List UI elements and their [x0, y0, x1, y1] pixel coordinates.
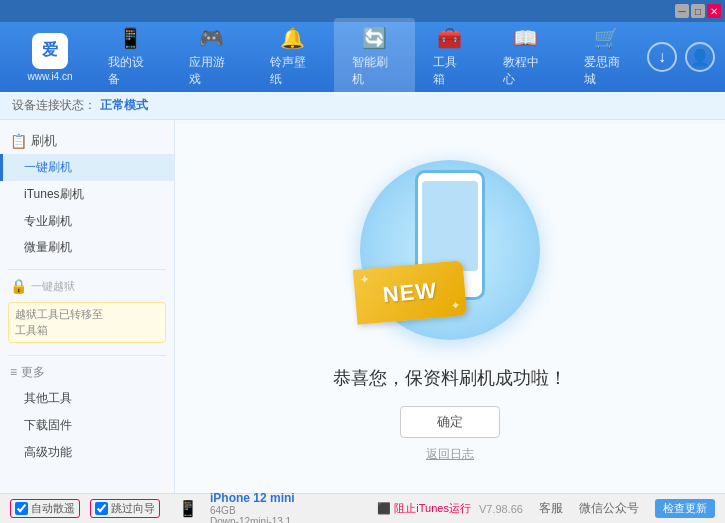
save-data-label: 微量刷机: [24, 240, 72, 254]
apps-games-icon: 🎮: [199, 26, 224, 50]
more-section-icon: ≡: [10, 365, 17, 379]
device-name: iPhone 12 mini: [210, 491, 295, 505]
skip-wizard-checkbox[interactable]: [95, 502, 108, 515]
version-text: V7.98.66: [479, 503, 523, 515]
flash-section-label: 刷机: [31, 132, 57, 150]
header: 爱 www.i4.cn 📱 我的设备 🎮 应用游戏 🔔 铃声壁纸 🔄 智能刷机 …: [0, 22, 725, 92]
device-section: 📱 iPhone 12 mini 64GB Down-12mini-13,1: [178, 491, 295, 524]
nav-ringtone[interactable]: 🔔 铃声壁纸: [252, 18, 333, 96]
device-firmware: Down-12mini-13,1: [210, 516, 295, 524]
nav-mall[interactable]: 🛒 爱思商城: [566, 18, 647, 96]
phone-screen: [422, 181, 478, 271]
main-nav: 📱 我的设备 🎮 应用游戏 🔔 铃声壁纸 🔄 智能刷机 🧰 工具箱 📖 教程中心…: [90, 18, 647, 96]
sidebar: 📋 刷机 一键刷机 iTunes刷机 专业刷机 微量刷机 🔒 一键越狱: [0, 120, 175, 493]
success-title: 恭喜您，保资料刷机成功啦！: [333, 366, 567, 390]
ringtone-icon: 🔔: [280, 26, 305, 50]
minimize-button[interactable]: ─: [675, 4, 689, 18]
logo-url: www.i4.cn: [27, 71, 72, 82]
pro-label: 专业刷机: [24, 214, 72, 228]
maximize-button[interactable]: □: [691, 4, 705, 18]
check-update-button[interactable]: 检查更新: [655, 499, 715, 518]
bottom-right: V7.98.66 客服 微信公众号 检查更新: [479, 499, 715, 518]
skip-wizard-checkbox-container[interactable]: 跳过向导: [90, 499, 160, 518]
wechat-link[interactable]: 微信公众号: [579, 500, 639, 517]
back-link[interactable]: 返回日志: [426, 446, 474, 463]
sidebar-item-other-tools[interactable]: 其他工具: [0, 385, 174, 412]
sidebar-item-download-firmware[interactable]: 下载固件: [0, 412, 174, 439]
jailbreak-header: 🔒 一键越狱: [0, 274, 174, 298]
stop-itunes-label: 阻止iTunes运行: [394, 501, 471, 516]
jailbreak-warning-text: 越狱工具已转移至工具箱: [15, 308, 103, 335]
nav-apps-games-label: 应用游戏: [189, 54, 234, 88]
close-button[interactable]: ✕: [707, 4, 721, 18]
nav-my-device[interactable]: 📱 我的设备: [90, 18, 171, 96]
bottom-bar: 自动散遥 跳过向导 📱 iPhone 12 mini 64GB Down-12m…: [0, 493, 725, 523]
nav-toolbox-label: 工具箱: [433, 54, 467, 88]
sidebar-item-save-data[interactable]: 微量刷机: [0, 234, 174, 261]
divider-1: [8, 269, 166, 270]
divider-2: [8, 355, 166, 356]
nav-smart-flash[interactable]: 🔄 智能刷机: [334, 18, 415, 96]
stop-itunes-button[interactable]: ⬛ 阻止iTunes运行: [377, 501, 471, 516]
nav-ringtone-label: 铃声壁纸: [270, 54, 315, 88]
tutorial-icon: 📖: [513, 26, 538, 50]
other-tools-label: 其他工具: [24, 391, 72, 405]
header-right: ↓ 👤: [647, 42, 715, 72]
toolbox-icon: 🧰: [437, 26, 462, 50]
content-area: NEW 恭喜您，保资料刷机成功啦！ 确定 返回日志: [175, 120, 725, 493]
jailbreak-label: 一键越狱: [31, 279, 75, 294]
auto-send-checkbox-container[interactable]: 自动散遥: [10, 499, 80, 518]
lock-icon: 🔒: [10, 278, 27, 294]
confirm-button[interactable]: 确定: [400, 406, 500, 438]
logo[interactable]: 爱 www.i4.cn: [10, 33, 90, 82]
auto-send-label: 自动散遥: [31, 501, 75, 516]
auto-send-checkbox[interactable]: [15, 502, 28, 515]
device-info: iPhone 12 mini 64GB Down-12mini-13,1: [210, 491, 295, 524]
mall-icon: 🛒: [594, 26, 619, 50]
download-button[interactable]: ↓: [647, 42, 677, 72]
customer-service-link[interactable]: 客服: [539, 500, 563, 517]
sidebar-item-one-click[interactable]: 一键刷机: [0, 154, 174, 181]
stop-icon: ⬛: [377, 502, 391, 515]
new-badge-text: NEW: [382, 277, 438, 308]
flash-section-icon: 📋: [10, 133, 27, 149]
one-click-label: 一键刷机: [24, 160, 72, 174]
itunes-label: iTunes刷机: [24, 187, 84, 201]
device-storage: 64GB: [210, 505, 295, 516]
new-badge: NEW: [353, 260, 467, 324]
nav-tutorial[interactable]: 📖 教程中心: [485, 18, 566, 96]
status-bar: 设备连接状态： 正常模式: [0, 92, 725, 120]
nav-toolbox[interactable]: 🧰 工具箱: [415, 18, 485, 96]
sidebar-section-header-flash: 📋 刷机: [0, 128, 174, 154]
logo-icon: 爱: [32, 33, 68, 69]
sidebar-section-more: ≡ 更多 其他工具 下载固件 高级功能: [0, 360, 174, 465]
jailbreak-warning: 越狱工具已转移至工具箱: [8, 302, 166, 343]
advanced-label: 高级功能: [24, 445, 72, 459]
skip-wizard-label: 跳过向导: [111, 501, 155, 516]
logo-letter: 爱: [42, 40, 58, 61]
more-section-header: ≡ 更多: [0, 360, 174, 385]
window-controls: ─ □ ✕: [675, 4, 721, 18]
sidebar-item-pro[interactable]: 专业刷机: [0, 208, 174, 235]
smart-flash-icon: 🔄: [362, 26, 387, 50]
nav-tutorial-label: 教程中心: [503, 54, 548, 88]
nav-mall-label: 爱思商城: [584, 54, 629, 88]
nav-my-device-label: 我的设备: [108, 54, 153, 88]
my-device-icon: 📱: [118, 26, 143, 50]
sidebar-section-flash: 📋 刷机 一键刷机 iTunes刷机 专业刷机 微量刷机: [0, 128, 174, 261]
nav-apps-games[interactable]: 🎮 应用游戏: [171, 18, 252, 96]
user-button[interactable]: 👤: [685, 42, 715, 72]
download-firmware-label: 下载固件: [24, 418, 72, 432]
sidebar-item-itunes[interactable]: iTunes刷机: [0, 181, 174, 208]
success-illustration: NEW: [350, 150, 550, 350]
sidebar-section-jailbreak: 🔒 一键越狱 越狱工具已转移至工具箱: [0, 274, 174, 347]
sidebar-item-advanced[interactable]: 高级功能: [0, 439, 174, 466]
bottom-left: 自动散遥 跳过向导 📱 iPhone 12 mini 64GB Down-12m…: [10, 491, 377, 524]
nav-smart-flash-label: 智能刷机: [352, 54, 397, 88]
device-icon: 📱: [178, 499, 198, 518]
status-label: 设备连接状态：: [12, 97, 96, 114]
status-value: 正常模式: [100, 97, 148, 114]
main-area: 📋 刷机 一键刷机 iTunes刷机 专业刷机 微量刷机 🔒 一键越狱: [0, 120, 725, 493]
more-section-label: 更多: [21, 364, 45, 381]
